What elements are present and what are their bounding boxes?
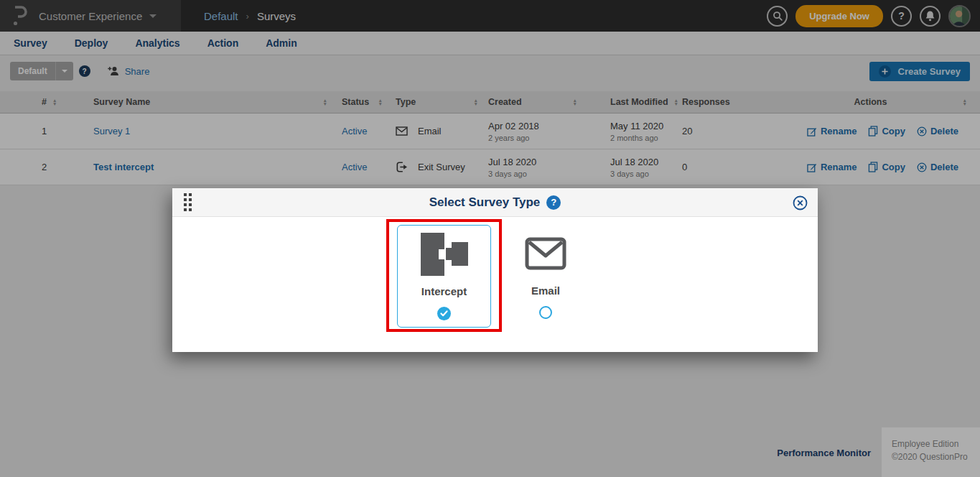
select-survey-type-dialog: Select Survey Type ? Intercept [172,188,818,352]
dialog-body: Intercept Email [172,217,818,351]
dialog-title: Select Survey Type ? [429,195,561,210]
dialog-help-icon[interactable]: ? [546,195,561,210]
email-icon [525,237,566,270]
option-label: Email [531,284,560,297]
dialog-header: Select Survey Type ? [172,188,818,217]
radio-unselected-icon[interactable] [539,306,552,319]
annotation-highlight-box: Intercept [386,219,502,332]
drag-handle-icon[interactable] [184,193,193,213]
close-icon[interactable] [793,195,808,210]
intercept-icon [421,233,468,276]
option-label: Intercept [421,285,467,297]
selected-check-icon[interactable] [437,307,451,320]
option-intercept[interactable]: Intercept [397,225,491,328]
option-email[interactable]: Email [501,217,590,351]
